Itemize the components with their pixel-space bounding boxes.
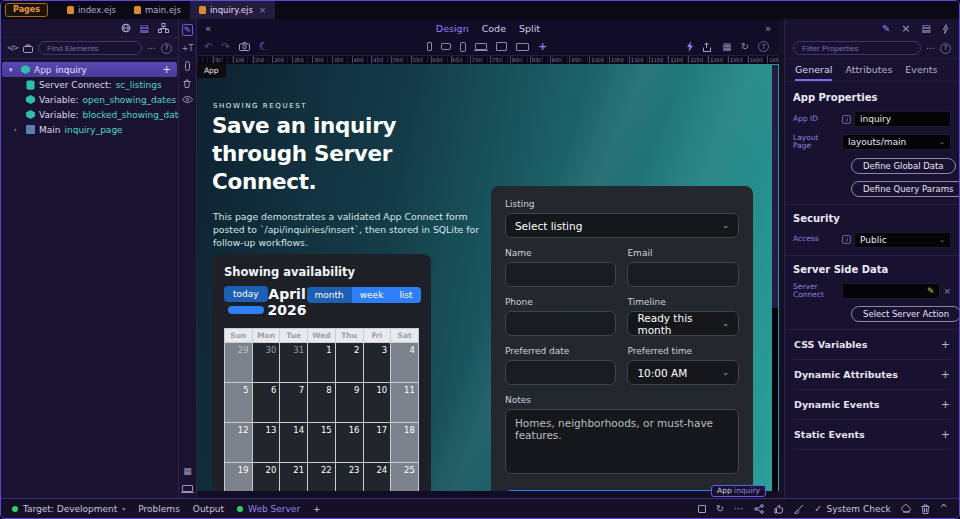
calendar-view-week[interactable]: week xyxy=(352,287,392,303)
thumbs-up-icon[interactable] xyxy=(774,504,784,514)
tree-item-variable-open[interactable]: Variable: open_showing_dates xyxy=(1,92,178,107)
device-laptop-icon[interactable] xyxy=(475,43,487,50)
email-field[interactable] xyxy=(627,262,739,287)
chevron-down-icon[interactable]: ▾ xyxy=(9,66,17,74)
collapse-left-icon[interactable]: « xyxy=(205,23,211,34)
mode-split[interactable]: Split xyxy=(519,23,540,34)
share-nodes-icon[interactable] xyxy=(754,504,764,514)
tab-general[interactable]: General xyxy=(795,64,832,81)
undo-icon[interactable]: ↶ xyxy=(204,41,212,52)
page-eyebrow[interactable]: SHOWING REQUEST xyxy=(213,102,307,110)
tab-events[interactable]: Events xyxy=(905,64,937,81)
tab-main-ejs[interactable]: main.ejs xyxy=(125,1,190,19)
tab-inquiry-ejs[interactable]: inquiry.ejs × xyxy=(190,1,275,19)
calendar-day-cell[interactable]: 30 xyxy=(253,343,280,382)
more-icon[interactable]: ⋯ xyxy=(147,43,156,53)
preferred-date-field[interactable] xyxy=(505,360,617,385)
brush-icon[interactable] xyxy=(794,504,804,514)
section-dynamic-events[interactable]: Dynamic Events+ xyxy=(793,390,951,420)
mode-code[interactable]: Code xyxy=(482,23,506,34)
stack-icon[interactable]: ▤ xyxy=(922,23,931,34)
device-preview-icon[interactable] xyxy=(182,485,193,492)
tree-item-app[interactable]: ▾ App inquiry + xyxy=(2,62,177,77)
expand-icon[interactable]: + xyxy=(941,338,950,351)
timeline-select[interactable]: Ready this month ⌄ xyxy=(627,311,739,336)
code-view-icon[interactable]: </> xyxy=(7,44,18,52)
calendar-day-cell[interactable]: 23 xyxy=(336,463,363,491)
device-desktop-icon[interactable] xyxy=(496,42,507,51)
grid-icon[interactable]: ▦ xyxy=(722,41,731,52)
sitemap-icon[interactable] xyxy=(158,23,169,33)
edit-tool-icon[interactable]: ✎ xyxy=(182,24,194,36)
calendar-view-list[interactable]: list xyxy=(391,287,420,303)
refresh-icon[interactable]: ↻ xyxy=(741,41,749,52)
calendar-day-cell[interactable]: 19 xyxy=(225,463,252,491)
components-icon[interactable] xyxy=(23,44,33,53)
help-icon[interactable]: ? xyxy=(758,41,769,52)
calendar-day-cell[interactable]: 8 xyxy=(308,383,335,422)
calendar-day-cell[interactable]: 21 xyxy=(280,463,307,491)
edit-properties-icon[interactable]: ✎ xyxy=(882,23,890,34)
globe-icon[interactable] xyxy=(121,23,131,33)
calendar-day-cell[interactable]: 2 xyxy=(336,343,363,382)
add-component-button[interactable]: + xyxy=(163,64,171,75)
calendar-day-cell[interactable]: 29 xyxy=(225,343,252,382)
info-icon[interactable]: i xyxy=(842,115,851,124)
problems-button[interactable]: Problems xyxy=(138,504,179,514)
trash-icon[interactable] xyxy=(921,504,930,514)
refresh-icon[interactable]: ↻ xyxy=(716,503,724,514)
target-selector[interactable]: Target: Development ▾ xyxy=(12,504,125,514)
define-global-data-button[interactable]: Define Global Data xyxy=(851,158,956,174)
notes-field[interactable] xyxy=(505,409,739,474)
scrollbar-thumb[interactable] xyxy=(772,308,778,491)
shuffle-icon[interactable]: × xyxy=(901,22,910,35)
add-panel-button[interactable]: + xyxy=(313,504,321,514)
calendar-day-cell[interactable]: 3 xyxy=(364,343,391,382)
calendar-day-cell[interactable]: 14 xyxy=(280,423,307,462)
calendar-day-cell[interactable]: 6 xyxy=(253,383,280,422)
server-stack-icon[interactable]: ▤ xyxy=(140,23,149,34)
calendar-day-cell[interactable]: 10 xyxy=(364,383,391,422)
calendar-day-cell[interactable]: 1 xyxy=(308,343,335,382)
edit-icon[interactable]: ✎ xyxy=(927,286,935,296)
design-viewport[interactable]: App SHOWING REQUEST Save an inquiry thro… xyxy=(197,64,779,491)
selection-badge[interactable]: App inquiry xyxy=(711,485,766,497)
device-tablet-landscape-icon[interactable] xyxy=(441,43,451,50)
device-phone-small-icon[interactable] xyxy=(427,42,432,51)
eraser-icon[interactable] xyxy=(901,504,911,513)
output-button[interactable]: Output xyxy=(193,504,224,514)
section-css-variables[interactable]: CSS Variables+ xyxy=(793,330,951,360)
tree-item-main[interactable]: › Main inquiry_page xyxy=(1,122,178,137)
help-icon[interactable]: ? xyxy=(940,43,951,54)
calendar-day-cell[interactable]: 9 xyxy=(336,383,363,422)
mode-design[interactable]: Design xyxy=(436,23,469,34)
device-monitor-icon[interactable] xyxy=(516,43,529,51)
help-icon[interactable]: ? xyxy=(161,43,172,54)
expand-icon[interactable]: + xyxy=(941,368,950,381)
more-icon[interactable]: ⋯ xyxy=(926,43,935,53)
calendar-day-cell[interactable]: 7 xyxy=(280,383,307,422)
dark-mode-icon[interactable]: ☾ xyxy=(259,40,269,53)
eyedropper-icon[interactable] xyxy=(185,61,190,71)
calendar-day-cell[interactable]: 5 xyxy=(225,383,252,422)
calendar-card[interactable]: Showing availability today April 2026 mo… xyxy=(212,254,431,491)
inquiry-form-card[interactable]: Listing Select listing ⌄ Name Email xyxy=(491,186,753,491)
calendar-day-cell[interactable]: 16 xyxy=(336,423,363,462)
calendar-day-cell[interactable]: 24 xyxy=(364,463,391,491)
find-elements-input[interactable] xyxy=(38,41,142,55)
lightning-icon[interactable] xyxy=(686,41,694,52)
fit-view-icon[interactable]: + xyxy=(538,40,547,53)
clear-icon[interactable]: × xyxy=(943,286,951,296)
stop-icon[interactable] xyxy=(698,505,706,513)
calendar-day-cell[interactable]: 20 xyxy=(253,463,280,491)
visibility-icon[interactable] xyxy=(182,96,193,103)
server-connect-input[interactable]: ✎ xyxy=(842,283,940,299)
chevron-right-icon[interactable]: › xyxy=(14,126,22,134)
grid-view-icon[interactable]: ▦ xyxy=(183,466,192,476)
share-icon[interactable] xyxy=(703,42,713,52)
define-query-params-button[interactable]: Define Query Params xyxy=(851,181,959,197)
calendar-day-cell[interactable]: 15 xyxy=(308,423,335,462)
redo-icon[interactable]: ↷ xyxy=(221,41,229,52)
name-field[interactable] xyxy=(505,262,617,287)
preferred-time-select[interactable]: 10:00 AM ⌄ xyxy=(627,360,739,385)
